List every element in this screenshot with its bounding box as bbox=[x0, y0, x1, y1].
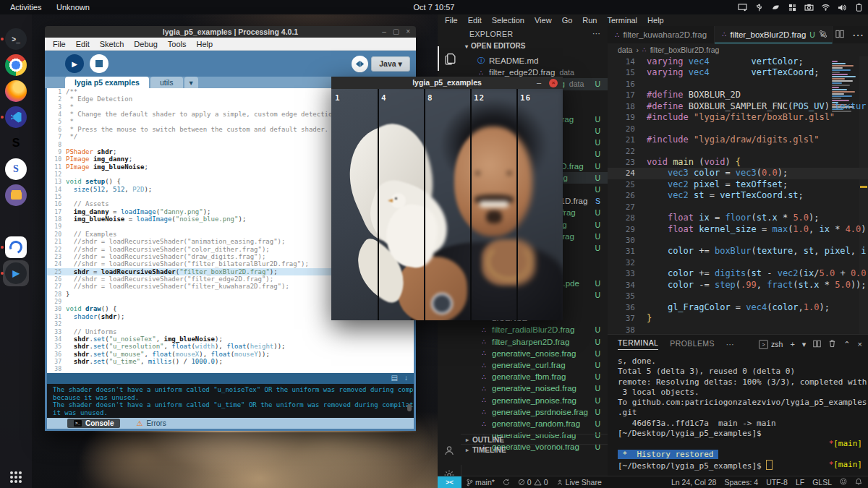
collapse-icon[interactable]: ↓ bbox=[404, 374, 408, 382]
timeline-section[interactable]: ▸TIMELINE bbox=[461, 444, 608, 455]
remote-indicator[interactable]: >< bbox=[438, 476, 461, 488]
code-editor[interactable]: 14varying vec4 vertColor;15varying vec4 … bbox=[608, 56, 868, 334]
volume-icon[interactable] bbox=[837, 2, 847, 12]
usb-icon[interactable] bbox=[754, 2, 764, 12]
vscode-menu-help[interactable]: Help bbox=[642, 16, 669, 25]
editor-tab-filter_kuwahara2D.frag[interactable]: ∴filter_kuwahara2D.frag bbox=[608, 26, 715, 43]
input-icon[interactable] bbox=[770, 2, 780, 12]
explorer-more-icon[interactable]: ⋯ bbox=[592, 29, 600, 38]
sketch-title-bar[interactable]: lygia_p5_examples – × bbox=[331, 77, 563, 89]
language-mode[interactable]: GLSL bbox=[812, 478, 832, 487]
tree-item[interactable]: ∴generative_psrdnoise.fragU bbox=[461, 406, 608, 418]
outline-section[interactable]: ▸OUTLINE bbox=[461, 434, 608, 445]
vscode-menu-selection[interactable]: Selection bbox=[487, 16, 529, 25]
panel-tab-terminal[interactable]: TERMINAL bbox=[618, 338, 658, 350]
kill-terminal-icon[interactable] bbox=[828, 339, 836, 349]
tree-item[interactable]: ∴generative_random.fragU bbox=[461, 418, 608, 429]
shell-selector[interactable]: > zsh bbox=[759, 340, 783, 349]
tree-item[interactable]: ∴generative_pnoise.fragU bbox=[461, 395, 608, 406]
explorer-icon[interactable] bbox=[438, 46, 461, 71]
panel-more-icon[interactable]: ⋯ bbox=[726, 340, 734, 349]
processing-console-scrollbar[interactable] bbox=[407, 404, 412, 411]
processing-console[interactable]: The shader doesn't have a uniform called… bbox=[45, 384, 416, 418]
open-editors-section[interactable]: ▾OPEN EDITORS bbox=[461, 42, 608, 55]
vscode-menu-file[interactable]: File bbox=[440, 16, 463, 25]
maximize-panel-icon[interactable]: ⌃ bbox=[843, 340, 850, 349]
tree-item[interactable]: ∴generative_curl.fragU bbox=[461, 359, 608, 371]
run-button[interactable]: ▶ bbox=[65, 54, 84, 73]
sketch-canvas[interactable]: 1481216 bbox=[331, 89, 563, 320]
copy-icon[interactable]: ▤ bbox=[391, 374, 398, 382]
grid-icon[interactable] bbox=[787, 2, 797, 12]
dock-item-files[interactable] bbox=[3, 182, 29, 208]
stop-button[interactable] bbox=[90, 54, 109, 73]
terminal-output[interactable]: s, done.Total 5 (delta 3), reused 0 (del… bbox=[618, 356, 864, 476]
tree-item[interactable]: ∴generative_fbm.fragU bbox=[461, 371, 608, 382]
minimize-icon[interactable]: – bbox=[537, 78, 541, 87]
processing-menu-debug[interactable]: Debug bbox=[129, 40, 162, 48]
tree-item[interactable]: ∴filter_sharpen2D.fragU bbox=[461, 336, 608, 348]
more-actions-icon[interactable]: ⋯ bbox=[852, 28, 864, 42]
tab-dropdown-caret[interactable]: ▾ bbox=[184, 77, 198, 88]
tree-item[interactable]: ∴generative_noised.fragU bbox=[461, 382, 608, 394]
processing-menu-help[interactable]: Help bbox=[191, 40, 218, 48]
notifications-bell-icon[interactable] bbox=[855, 478, 862, 487]
tree-item[interactable]: ∴generative_cnoise.fragU bbox=[461, 348, 608, 359]
vscode-menu-view[interactable]: View bbox=[529, 16, 557, 25]
problems-status[interactable]: 0 0 bbox=[518, 478, 548, 487]
wifi-icon[interactable] bbox=[820, 2, 830, 12]
sync-status[interactable] bbox=[503, 479, 510, 486]
show-applications-icon[interactable] bbox=[10, 471, 13, 474]
dock-item-firefox[interactable] bbox=[3, 78, 29, 104]
panel-tab-problems[interactable]: PROBLEMS bbox=[670, 339, 715, 350]
vscode-menu-go[interactable]: Go bbox=[557, 16, 578, 25]
dock-item-chrome[interactable] bbox=[3, 52, 29, 78]
processing-title-bar[interactable]: lygia_p5_examples | Processing 4.0.1 – ▢… bbox=[45, 26, 416, 38]
processing-menu-sketch[interactable]: Sketch bbox=[95, 40, 129, 48]
editor-tab-filter_boxBlur2D.frag[interactable]: ∴filter_boxBlur2D.fragU× bbox=[715, 26, 833, 43]
minimize-icon[interactable]: – bbox=[382, 27, 386, 35]
vscode-menu-edit[interactable]: Edit bbox=[463, 16, 487, 25]
split-terminal-icon[interactable] bbox=[813, 340, 821, 349]
account-icon[interactable] bbox=[438, 438, 461, 463]
dock-item-obs-studio[interactable] bbox=[3, 208, 29, 234]
maximize-icon[interactable]: ▢ bbox=[393, 27, 399, 35]
eol-sequence[interactable]: LF bbox=[796, 478, 804, 487]
mode-selector[interactable]: Java ▾ bbox=[371, 56, 410, 72]
new-terminal-icon[interactable]: + bbox=[790, 340, 794, 348]
processing-menu-tools[interactable]: Tools bbox=[163, 40, 192, 48]
dock-item-simplenote[interactable]: S bbox=[3, 156, 29, 182]
cursor-position[interactable]: Ln 24, Col 28 bbox=[671, 478, 716, 487]
feedback-icon[interactable] bbox=[840, 478, 847, 487]
git-branch-status[interactable]: main* bbox=[467, 478, 495, 487]
tree-item[interactable]: ∴filter_radialBlur2D.fragU bbox=[461, 324, 608, 335]
breadcrumb[interactable]: data › ∴ filter_boxBlur2D.frag bbox=[608, 43, 868, 56]
breadcrumb-file[interactable]: filter_boxBlur2D.frag bbox=[650, 46, 720, 54]
split-editor-icon[interactable] bbox=[835, 28, 844, 41]
breadcrumb-folder[interactable]: data bbox=[618, 46, 632, 54]
processing-menu-edit[interactable]: Edit bbox=[71, 40, 95, 48]
live-share-status[interactable]: Live Share bbox=[556, 478, 602, 487]
close-icon[interactable]: × bbox=[549, 79, 558, 87]
console-tab[interactable]: >_ Console bbox=[67, 419, 120, 428]
sketch-tab-lygia-p5-examples[interactable]: lygia p5 examples bbox=[65, 77, 149, 88]
sketch-tab-utils[interactable]: utils bbox=[150, 77, 183, 88]
dock-item-sublime-text[interactable]: S bbox=[3, 130, 29, 156]
vscode-menu-run[interactable]: Run bbox=[577, 16, 602, 25]
dock-item-app-blue[interactable] bbox=[3, 234, 29, 260]
camera-icon[interactable] bbox=[804, 2, 814, 12]
battery-icon[interactable] bbox=[854, 2, 864, 12]
indentation[interactable]: Spaces: 4 bbox=[724, 478, 758, 487]
dock-item-vscode[interactable] bbox=[3, 104, 29, 130]
encoding[interactable]: UTF-8 bbox=[766, 478, 788, 487]
dock-item-processing-sketch[interactable]: ▶ bbox=[3, 260, 29, 286]
close-panel-icon[interactable]: × bbox=[858, 340, 862, 348]
debug-button[interactable] bbox=[352, 56, 368, 72]
chevron-down-icon[interactable]: ▾ bbox=[802, 340, 807, 349]
vscode-menu-terminal[interactable]: Terminal bbox=[603, 16, 643, 25]
processing-menu-file[interactable]: File bbox=[48, 40, 71, 48]
errors-tab[interactable]: ⚠ Errors bbox=[136, 419, 166, 427]
compare-changes-icon[interactable] bbox=[819, 28, 827, 41]
system-tray[interactable] bbox=[737, 1, 864, 13]
open-editor-item[interactable]: ⓘREADME.md bbox=[461, 55, 608, 67]
